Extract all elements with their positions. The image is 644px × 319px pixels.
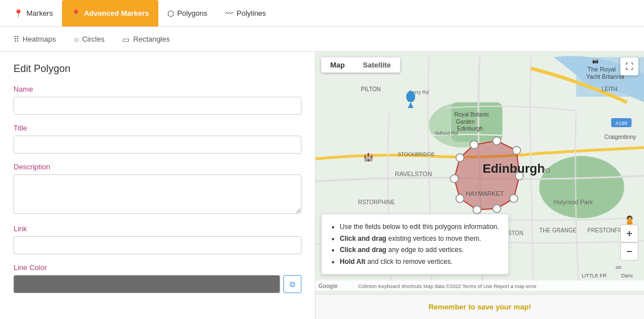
tab-polygons-label: Polygons bbox=[177, 9, 207, 17]
link-input[interactable] bbox=[14, 236, 301, 254]
svg-point-45 bbox=[406, 91, 415, 102]
copy-icon: ⧉ bbox=[290, 280, 295, 289]
description-field-group: Description bbox=[14, 163, 301, 215]
line-color-label: Line Color bbox=[14, 263, 301, 272]
top-nav-row1: 📍 Markers 📍 Advanced Markers ⬡ Polygons … bbox=[0, 0, 644, 27]
svg-text:The Royal: The Royal bbox=[587, 66, 615, 73]
info-text-2: existing vertices to move them. bbox=[387, 235, 481, 242]
tab-circles[interactable]: ○ Circles bbox=[65, 27, 113, 51]
svg-text:Telford Rd: Telford Rd bbox=[434, 131, 458, 136]
map-view-map-button[interactable]: Map bbox=[321, 57, 354, 73]
tab-heatmaps-label: Heatmaps bbox=[23, 35, 56, 43]
zoom-out-button[interactable]: − bbox=[620, 242, 638, 260]
title-input[interactable] bbox=[14, 136, 301, 154]
svg-text:Craigentinny: Craigentinny bbox=[605, 134, 636, 140]
link-label: Link bbox=[14, 224, 301, 233]
svg-text:PILTON: PILTON bbox=[361, 86, 380, 92]
svg-text:Holyrood Park: Holyrood Park bbox=[553, 199, 593, 205]
svg-text:on: on bbox=[616, 264, 621, 270]
heatmaps-icon: ⠿ bbox=[14, 35, 19, 44]
link-field-group: Link bbox=[14, 224, 301, 254]
advanced-markers-icon: 📍 bbox=[71, 9, 81, 18]
svg-point-14 bbox=[450, 175, 458, 183]
svg-text:LEITH: LEITH bbox=[602, 86, 618, 92]
svg-text:🏰: 🏰 bbox=[363, 152, 374, 162]
svg-point-6 bbox=[470, 141, 478, 149]
map-background: Edinburgh HAYMARKET RAVELSTON RSTORPHINE… bbox=[316, 52, 644, 294]
svg-text:RSTORPHINE: RSTORPHINE bbox=[358, 199, 395, 205]
svg-point-10 bbox=[510, 195, 518, 203]
svg-point-8 bbox=[513, 146, 521, 154]
map-footer: Remember to save your map! bbox=[316, 294, 644, 319]
map-view-toggle: Map Satellite bbox=[321, 57, 400, 73]
color-input-box[interactable] bbox=[14, 275, 280, 293]
info-bullet-3: Click and drag any edge to add vertices. bbox=[340, 244, 499, 255]
tab-polygons[interactable]: ⬡ Polygons bbox=[158, 0, 216, 26]
tab-heatmaps[interactable]: ⠿ Heatmaps bbox=[5, 27, 65, 51]
main-content: Edit Polygon Name Title Description Link… bbox=[0, 52, 644, 319]
svg-text:PO: PO bbox=[542, 168, 550, 174]
map-container: Edinburgh HAYMARKET RAVELSTON RSTORPHINE… bbox=[316, 52, 644, 294]
polygons-icon: ⬡ bbox=[167, 9, 174, 18]
color-row: ⧉ bbox=[14, 275, 301, 293]
svg-point-11 bbox=[493, 205, 501, 213]
svg-text:Colinton   Keyboard shortcuts : Colinton Keyboard shortcuts Map data ©20… bbox=[358, 284, 536, 289]
map-view-satellite-button[interactable]: Satellite bbox=[354, 57, 400, 73]
tab-circles-label: Circles bbox=[82, 35, 105, 43]
svg-point-7 bbox=[493, 137, 501, 145]
top-nav-row2: ⠿ Heatmaps ○ Circles ▭ Rectangles bbox=[0, 27, 644, 52]
rectangles-icon: ▭ bbox=[122, 35, 130, 44]
svg-text:Royal Botanic: Royal Botanic bbox=[454, 111, 489, 118]
svg-text:STOCKBRIDGE: STOCKBRIDGE bbox=[398, 151, 435, 157]
circles-icon: ○ bbox=[74, 35, 78, 44]
tab-rectangles-label: Rectangles bbox=[133, 35, 170, 43]
title-field-group: Title bbox=[14, 124, 301, 154]
name-input[interactable] bbox=[14, 97, 301, 115]
right-panel: Edinburgh HAYMARKET RAVELSTON RSTORPHINE… bbox=[316, 52, 644, 319]
tab-rectangles[interactable]: ▭ Rectangles bbox=[113, 27, 179, 51]
info-bullet-4: Hold Alt and click to remove vertices. bbox=[340, 256, 499, 267]
tab-polylines-label: Polylines bbox=[237, 9, 266, 17]
polylines-icon: 〰 bbox=[225, 9, 233, 18]
svg-text:Yacht Britannia: Yacht Britannia bbox=[586, 74, 624, 80]
tab-markers-label: Markers bbox=[26, 9, 53, 17]
zoom-in-button[interactable]: + bbox=[620, 224, 638, 242]
expand-icon: ⛶ bbox=[625, 62, 633, 71]
svg-text:RAVELSTON: RAVELSTON bbox=[395, 170, 432, 177]
tab-advanced-markers[interactable]: 📍 Advanced Markers bbox=[62, 0, 158, 26]
info-text-4: and click to remove vertices. bbox=[366, 258, 453, 266]
markers-icon: 📍 bbox=[14, 9, 23, 18]
info-bullet-2: Click and drag existing vertices to move… bbox=[340, 233, 499, 244]
svg-text:A199: A199 bbox=[615, 120, 627, 126]
info-text-3: any edge to add vertices. bbox=[387, 246, 464, 254]
tab-polylines[interactable]: 〰 Polylines bbox=[216, 0, 275, 26]
svg-text:LITTLE FR: LITTLE FR bbox=[581, 273, 607, 278]
copy-color-button[interactable]: ⧉ bbox=[283, 275, 301, 293]
info-bullet-1: Use the fields below to edit this polygo… bbox=[340, 221, 499, 232]
save-reminder: Remember to save your map! bbox=[428, 303, 531, 311]
map-expand-button[interactable]: ⛶ bbox=[620, 57, 638, 75]
left-panel: Edit Polygon Name Title Description Link… bbox=[0, 52, 316, 319]
name-label: Name bbox=[14, 85, 301, 93]
map-info-popup: Use the fields below to edit this polygo… bbox=[321, 214, 509, 275]
svg-point-15 bbox=[456, 154, 464, 161]
svg-text:Garden: Garden bbox=[456, 119, 475, 125]
zoom-controls: + − bbox=[620, 224, 638, 260]
svg-point-4 bbox=[539, 156, 624, 218]
svg-point-12 bbox=[473, 206, 481, 214]
svg-text:Google: Google bbox=[318, 283, 338, 289]
info-bold-4: Hold Alt bbox=[340, 258, 366, 266]
form-title: Edit Polygon bbox=[14, 63, 301, 75]
description-input[interactable] bbox=[14, 174, 301, 214]
description-label: Description bbox=[14, 163, 301, 171]
svg-text:Edinburgh: Edinburgh bbox=[457, 125, 483, 132]
info-bold-3: Click and drag bbox=[340, 246, 387, 254]
tab-markers[interactable]: 📍 Markers bbox=[5, 0, 62, 26]
name-field-group: Name bbox=[14, 85, 301, 115]
svg-text:Danc: Danc bbox=[621, 273, 634, 278]
svg-text:Edinburgh: Edinburgh bbox=[483, 162, 545, 176]
svg-text:📷: 📷 bbox=[592, 57, 599, 64]
tab-advanced-markers-label: Advanced Markers bbox=[84, 9, 149, 17]
svg-point-13 bbox=[456, 195, 464, 203]
info-bold-2: Click and drag bbox=[340, 235, 387, 242]
